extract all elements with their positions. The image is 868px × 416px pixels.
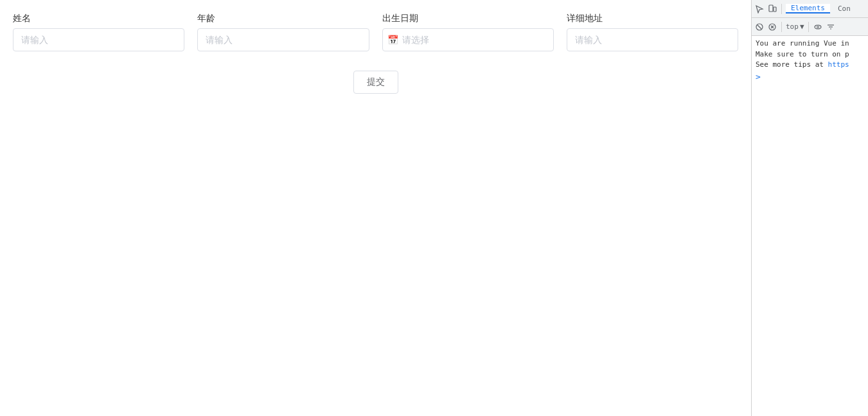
filter-icon[interactable] [826,22,836,32]
svg-rect-1 [774,7,776,12]
svg-point-7 [815,25,821,29]
devtools-tab-elements[interactable]: Elements [786,4,830,13]
clear-icon[interactable] [767,22,777,32]
cursor-icon[interactable] [754,4,765,14]
address-field-col: 详细地址 [567,13,738,51]
context-dropdown-label: top [786,22,799,31]
device-icon[interactable] [767,4,777,14]
devtools-top-toolbar: Elements Con [752,0,868,18]
devtools-tab-con[interactable]: Con [833,4,856,13]
console-line-1: You are running Vue in [756,39,864,49]
devtools-panel: Elements Con top ▼ [751,0,868,416]
prompt-symbol: > [756,72,761,82]
devtools-second-toolbar: top ▼ [752,18,868,36]
console-prompt: > [756,71,864,83]
date-input-wrapper: 📅 [382,28,554,51]
age-input[interactable] [197,28,369,51]
name-input[interactable] [13,28,184,51]
form-labels-row: 姓名 年龄 出生日期 📅 详细地址 [13,13,738,51]
submit-button[interactable]: 提交 [353,71,398,94]
name-label: 姓名 [13,13,184,24]
console-line-3: See more tips at https [756,60,864,71]
svg-rect-0 [769,5,773,12]
main-content: 姓名 年龄 出生日期 📅 详细地址 提交 [0,0,751,416]
age-label: 年龄 [197,13,369,24]
birthday-label: 出生日期 [382,13,554,24]
eye-icon[interactable] [813,22,823,32]
birthday-field-col: 出生日期 📅 [382,13,567,51]
submit-row: 提交 [13,71,738,94]
devtools-console-content: You are running Vue in Make sure to turn… [752,36,868,416]
svg-point-8 [817,26,819,28]
svg-line-3 [757,25,761,29]
stop-icon[interactable] [754,22,765,32]
context-dropdown[interactable]: top ▼ [786,22,804,31]
toolbar-separator-3 [808,22,809,32]
console-line-2: Make sure to turn on p [756,49,864,60]
address-label: 详细地址 [567,13,738,24]
age-field-col: 年龄 [197,13,382,51]
address-input[interactable] [567,28,738,51]
chevron-down-icon: ▼ [800,22,804,31]
toolbar-separator-1 [781,4,782,14]
birthday-input[interactable] [382,28,554,51]
toolbar-separator-2 [781,22,782,32]
console-link[interactable]: https [828,60,849,69]
name-field-col: 姓名 [13,13,197,51]
